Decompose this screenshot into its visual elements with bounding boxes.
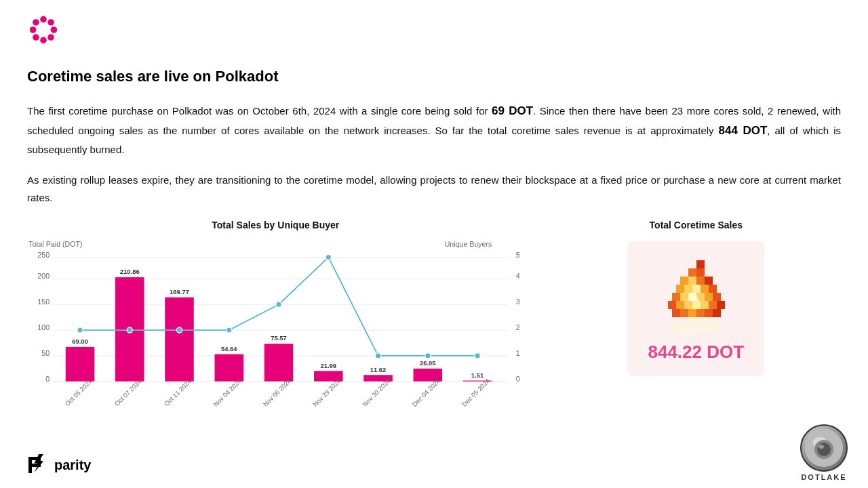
svg-point-50 [276, 302, 281, 307]
svg-text:Oct 05 2024: Oct 05 2024 [63, 378, 93, 407]
svg-point-46 [77, 327, 83, 333]
svg-point-49 [226, 327, 232, 333]
dotlake-label: DOTLAKE [801, 473, 846, 481]
svg-text:11.62: 11.62 [370, 366, 387, 373]
svg-rect-94 [696, 268, 705, 277]
svg-point-48 [176, 327, 182, 333]
svg-text:1.51: 1.51 [471, 371, 484, 379]
svg-rect-36 [264, 344, 294, 382]
paragraph-2: As existing rollup leases expire, they a… [27, 171, 841, 206]
svg-rect-83 [713, 293, 721, 301]
svg-point-106 [817, 443, 831, 456]
svg-point-52 [375, 353, 380, 359]
svg-text:26.05: 26.05 [420, 359, 436, 367]
svg-rect-78 [672, 293, 680, 301]
svg-point-6 [33, 34, 39, 41]
fire-amount: 844.22 DOT [648, 342, 744, 363]
svg-text:54.64: 54.64 [221, 345, 237, 352]
svg-text:Oct 11 2024: Oct 11 2024 [163, 378, 193, 407]
svg-rect-97 [692, 297, 698, 301]
svg-rect-77 [717, 301, 725, 309]
svg-text:0: 0 [516, 375, 520, 383]
svg-rect-90 [688, 277, 696, 285]
chart-left-title: Total Sales by Unique Buyer [27, 220, 524, 230]
svg-point-5 [47, 19, 54, 26]
svg-text:5: 5 [516, 251, 520, 259]
svg-text:Nov 29 2024: Nov 29 2024 [311, 378, 342, 409]
parity-icon [27, 454, 49, 476]
chart-right-title: Total Coretime Sales [650, 220, 743, 230]
svg-text:3: 3 [516, 298, 520, 306]
fire-icon [652, 255, 740, 336]
svg-rect-71 [668, 301, 676, 309]
svg-point-54 [475, 353, 480, 359]
svg-rect-72 [676, 301, 684, 309]
dot-amount-2: 844 DOT [719, 124, 768, 137]
svg-rect-91 [696, 277, 705, 285]
svg-rect-69 [705, 309, 713, 317]
svg-text:Nov 30 2024: Nov 30 2024 [361, 378, 392, 409]
svg-point-3 [51, 26, 58, 33]
svg-point-107 [818, 445, 824, 449]
svg-text:200: 200 [37, 272, 50, 281]
svg-rect-95 [696, 260, 705, 268]
svg-point-47 [127, 327, 132, 333]
svg-point-64 [670, 318, 722, 334]
svg-text:210.86: 210.86 [120, 268, 140, 276]
svg-rect-79 [680, 293, 688, 301]
svg-text:100: 100 [37, 323, 50, 331]
charts-area: Total Sales by Unique Buyer Total Paid (… [27, 220, 841, 416]
svg-point-51 [326, 255, 331, 260]
chart-right: Total Coretime Sales [551, 220, 841, 376]
svg-rect-85 [684, 285, 692, 293]
svg-rect-88 [709, 285, 717, 293]
parity-logo: parity [27, 454, 91, 476]
svg-point-53 [425, 353, 431, 359]
dotlake-logo: DOTLAKE [800, 424, 848, 481]
svg-rect-68 [696, 309, 705, 317]
svg-rect-32 [165, 298, 194, 382]
svg-text:75.57: 75.57 [271, 335, 287, 342]
svg-rect-92 [705, 277, 713, 285]
svg-rect-67 [688, 309, 696, 317]
svg-rect-28 [66, 347, 95, 382]
svg-rect-87 [701, 285, 709, 293]
page-title: Coretime sales are live on Polkadot [27, 68, 841, 85]
svg-rect-100 [28, 464, 39, 467]
svg-text:169.77: 169.77 [170, 288, 189, 296]
main-content: Coretime sales are live on Polkadot The … [27, 68, 841, 416]
parity-label: parity [54, 458, 91, 473]
svg-text:2: 2 [516, 323, 520, 331]
svg-point-4 [33, 19, 39, 26]
fire-box: 844.22 DOT [627, 241, 764, 376]
svg-point-0 [40, 16, 47, 23]
polkadot-logo [27, 14, 60, 49]
svg-rect-34 [215, 354, 244, 382]
svg-rect-84 [676, 285, 684, 293]
svg-point-1 [40, 37, 47, 44]
svg-text:1: 1 [516, 349, 520, 357]
svg-text:Oct 07 2024: Oct 07 2024 [113, 378, 143, 407]
svg-text:50: 50 [41, 349, 50, 357]
dotlake-circle [800, 424, 848, 472]
svg-text:Unique Buyers: Unique Buyers [445, 240, 492, 248]
svg-rect-65 [672, 309, 680, 317]
para1-text-before: The first coretime purchase on Polkadot … [27, 105, 492, 117]
svg-text:Dec 04 2024: Dec 04 2024 [411, 378, 442, 409]
svg-rect-76 [709, 301, 717, 309]
svg-text:250: 250 [37, 251, 50, 259]
svg-text:69.00: 69.00 [72, 338, 88, 345]
svg-rect-93 [688, 268, 696, 277]
svg-text:150: 150 [37, 298, 50, 306]
svg-rect-70 [713, 309, 721, 317]
svg-text:21.99: 21.99 [320, 362, 336, 369]
svg-text:0: 0 [45, 375, 50, 383]
svg-text:4: 4 [516, 272, 520, 281]
chart-left: Total Sales by Unique Buyer Total Paid (… [27, 220, 524, 416]
paragraph-1: The first coretime purchase on Polkadot … [27, 102, 841, 158]
svg-rect-89 [680, 277, 688, 285]
svg-rect-82 [705, 293, 713, 301]
dot-amount-1: 69 DOT [492, 104, 533, 117]
svg-rect-86 [692, 285, 701, 293]
svg-rect-75 [701, 301, 709, 309]
